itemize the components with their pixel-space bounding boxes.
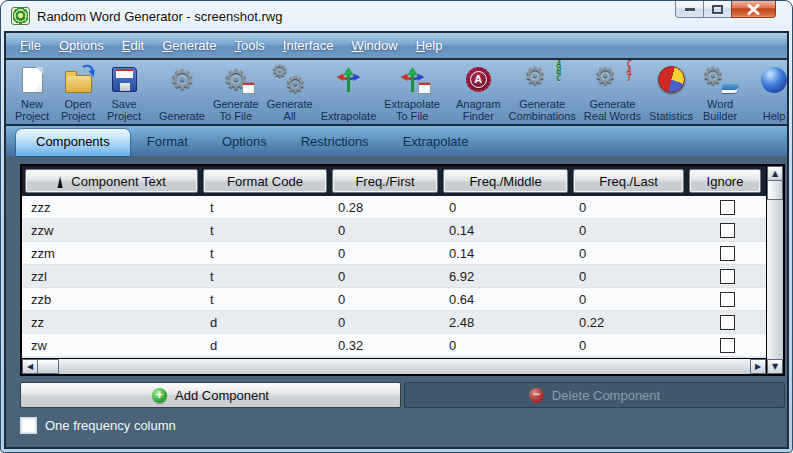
one-frequency-checkbox[interactable] xyxy=(20,417,37,434)
table-row[interactable]: zzlt06.920 xyxy=(22,265,766,288)
column-header-freq-first[interactable]: Freq./First xyxy=(332,169,438,193)
ignore-checkbox[interactable] xyxy=(720,315,735,330)
horizontal-scroll-track[interactable] xyxy=(59,359,750,374)
options-row: One frequency column xyxy=(20,417,787,434)
horizontal-scrollbar[interactable]: ◀ ▶ xyxy=(22,358,766,374)
scroll-down-button[interactable]: ▼ xyxy=(767,359,783,374)
toolbar-button-generate-all[interactable]: ⚙⚙GenerateAll xyxy=(264,60,316,124)
horizontal-scroll-thumb[interactable] xyxy=(38,359,59,374)
app-window: Random Word Generator - screenshot.rwg F… xyxy=(0,0,793,453)
table-row[interactable]: zwd0.3200 xyxy=(22,334,766,357)
table-row[interactable]: zzzt0.2800 xyxy=(22,196,766,219)
ignore-cell xyxy=(689,315,766,330)
freq-first-cell: 0 xyxy=(332,269,443,284)
generate-all-icon: ⚙⚙ xyxy=(271,63,309,96)
component-text-cell: zzl xyxy=(22,269,203,284)
toolbar-button-extrapolate-to-file[interactable]: ExtrapolateTo File xyxy=(381,60,443,124)
components-panel: ▲Component TextFormat CodeFreq./FirstFre… xyxy=(6,156,787,447)
menu-item-options[interactable]: Options xyxy=(50,38,113,53)
menu-item-help[interactable]: Help xyxy=(407,38,452,53)
freq-last-cell: 0.22 xyxy=(573,315,689,330)
freq-first-cell: 0.32 xyxy=(332,338,443,353)
generate-icon: ⚙ xyxy=(163,63,201,96)
freq-middle-cell: 0 xyxy=(443,200,573,215)
toolbar-button-help[interactable]: Help xyxy=(752,60,787,124)
toolbar-button-open-project[interactable]: OpenProject xyxy=(56,60,100,124)
tab-components[interactable]: Components xyxy=(16,129,130,156)
vertical-scroll-thumb[interactable] xyxy=(767,181,783,200)
ignore-checkbox[interactable] xyxy=(720,246,735,261)
arrow-down-icon: ▼ xyxy=(772,363,778,371)
scroll-left-button[interactable]: ◀ xyxy=(22,359,38,374)
toolbar-button-label: WordBuilder xyxy=(703,96,737,122)
toolbar-button-word-builder[interactable]: ⚙WordBuilder xyxy=(698,60,742,124)
freq-last-cell: 0 xyxy=(573,269,689,284)
toolbar-button-statistics[interactable]: Statistics xyxy=(646,60,696,124)
freq-first-cell: 0.28 xyxy=(332,200,443,215)
tab-format[interactable]: Format xyxy=(130,129,205,156)
toolbar-button-new-project[interactable]: NewProject xyxy=(10,60,54,124)
menu-item-tools[interactable]: Tools xyxy=(225,38,273,53)
ignore-checkbox[interactable] xyxy=(720,292,735,307)
toolbar-button-extrapolate[interactable]: Extrapolate xyxy=(318,60,380,124)
column-header-component-text[interactable]: ▲Component Text xyxy=(25,169,198,193)
header-cell: Freq./Last xyxy=(573,166,689,196)
menu-item-interface[interactable]: Interface xyxy=(274,38,343,53)
menu-item-file[interactable]: File xyxy=(11,38,50,53)
close-button[interactable] xyxy=(731,1,776,18)
minus-icon: − xyxy=(529,388,544,403)
ignore-cell xyxy=(689,223,766,238)
component-text-cell: zw xyxy=(22,338,203,353)
table-row[interactable]: zzbt00.640 xyxy=(22,288,766,311)
header-cell: Ignore xyxy=(689,166,766,196)
column-header-freq-middle[interactable]: Freq./Middle xyxy=(443,169,568,193)
toolbar-button-label: Help xyxy=(763,96,786,122)
tab-restrictions[interactable]: Restrictions xyxy=(284,129,386,156)
toolbar-button-generate-combinations[interactable]: ⚙ABCGenerateCombinations xyxy=(506,60,579,124)
toolbar-button-generate-real-words[interactable]: ⚙CATGenerateReal Words xyxy=(581,60,644,124)
minimize-button[interactable] xyxy=(675,1,704,18)
menu-item-window[interactable]: Window xyxy=(342,38,406,53)
maximize-button[interactable] xyxy=(704,1,731,18)
column-header-format-code[interactable]: Format Code xyxy=(203,169,327,193)
toolbar-button-label: OpenProject xyxy=(61,96,95,122)
ignore-cell xyxy=(689,269,766,284)
toolbar-button-save-project[interactable]: SaveProject xyxy=(102,60,146,124)
toolbar-button-generate[interactable]: ⚙Generate xyxy=(156,60,208,124)
format-code-cell: t xyxy=(203,223,332,238)
menu-bar: FileOptionsEditGenerateToolsInterfaceWin… xyxy=(6,33,787,58)
menu-item-edit[interactable]: Edit xyxy=(113,38,153,53)
title-bar: Random Word Generator - screenshot.rwg xyxy=(4,1,789,31)
app-icon xyxy=(11,7,30,25)
generate-combinations-icon: ⚙ABC xyxy=(523,63,561,96)
tab-extrapolate[interactable]: Extrapolate xyxy=(386,129,486,156)
freq-first-cell: 0 xyxy=(332,246,443,261)
toolbar-button-generate-to-file[interactable]: ⚙GenerateTo File xyxy=(210,60,262,124)
vertical-scrollbar[interactable]: ▲ ▼ xyxy=(766,166,783,374)
scroll-up-button[interactable]: ▲ xyxy=(767,166,783,181)
toolbar: NewProjectOpenProjectSaveProject⚙Generat… xyxy=(6,58,787,126)
vertical-scroll-track[interactable] xyxy=(767,200,783,359)
toolbar-button-label: ExtrapolateTo File xyxy=(384,96,440,122)
menu-item-generate[interactable]: Generate xyxy=(153,38,225,53)
column-header-freq-last[interactable]: Freq./Last xyxy=(573,169,684,193)
table-row[interactable]: zzmt00.140 xyxy=(22,242,766,265)
ignore-cell xyxy=(689,200,766,215)
ignore-checkbox[interactable] xyxy=(720,338,735,353)
ignore-checkbox[interactable] xyxy=(720,269,735,284)
table-row[interactable]: zzd02.480.22 xyxy=(22,311,766,334)
scroll-right-button[interactable]: ▶ xyxy=(750,359,766,374)
freq-middle-cell: 2.48 xyxy=(443,315,573,330)
add-component-button[interactable]: + Add Component xyxy=(20,382,401,408)
column-header-ignore[interactable]: Ignore xyxy=(689,169,761,193)
components-table: ▲Component TextFormat CodeFreq./FirstFre… xyxy=(20,164,785,376)
table-row[interactable]: zzwt00.140 xyxy=(22,219,766,242)
freq-last-cell: 0 xyxy=(573,292,689,307)
tab-options[interactable]: Options xyxy=(205,129,284,156)
freq-middle-cell: 0.64 xyxy=(443,292,573,307)
ignore-checkbox[interactable] xyxy=(720,200,735,215)
component-text-cell: zzm xyxy=(22,246,203,261)
delete-component-button[interactable]: − Delete Component xyxy=(404,382,785,408)
ignore-checkbox[interactable] xyxy=(720,223,735,238)
toolbar-button-anagram-finder[interactable]: AAnagramFinder xyxy=(453,60,504,124)
